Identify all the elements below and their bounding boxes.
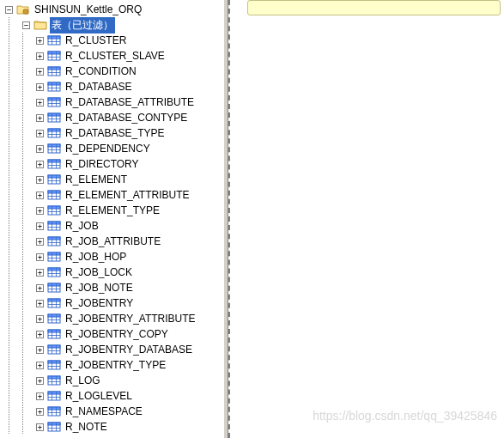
table-label: R_ELEMENT (64, 173, 129, 186)
tree-node-table[interactable]: +R_DATABASE_CONTYPE (2, 110, 223, 125)
tree-node-tables-folder[interactable]: − 表（已过滤） (2, 17, 223, 33)
table-icon (47, 234, 61, 248)
table-icon (47, 327, 61, 341)
tree-node-table[interactable]: +R_JOBENTRY_COPY (2, 326, 223, 342)
expander-plus-icon[interactable]: + (36, 362, 44, 369)
root-label: SHINSUN_Kettle_ORQ (33, 3, 143, 16)
table-icon (47, 265, 61, 279)
expander-plus-icon[interactable]: + (36, 130, 44, 137)
table-label: R_DATABASE (64, 80, 134, 94)
tree-node-table[interactable]: +R_JOBENTRY_DATABASE (2, 342, 223, 357)
info-strip (247, 0, 501, 15)
expander-plus-icon[interactable]: + (36, 68, 44, 76)
table-label: R_NOTE (64, 420, 109, 434)
expander-plus-icon[interactable]: + (36, 331, 44, 338)
table-label: R_JOBENTRY (64, 296, 135, 310)
tree-node-table[interactable]: +R_DATABASE_TYPE (2, 125, 223, 141)
expander-plus-icon[interactable]: + (36, 37, 44, 45)
expander-plus-icon[interactable]: + (36, 315, 44, 323)
tree-node-root[interactable]: − SHINSUN_Kettle_ORQ (2, 2, 223, 17)
right-panel: https://blog.csdn.net/qq_39425846 (228, 0, 504, 438)
table-icon (47, 126, 61, 140)
expander-plus-icon[interactable]: + (36, 423, 44, 431)
tree-node-table[interactable]: +R_JOBENTRY (2, 295, 223, 311)
table-icon (47, 64, 61, 78)
expander-plus-icon[interactable]: + (36, 114, 44, 122)
table-icon (47, 49, 61, 63)
tree-node-table[interactable]: +R_JOB_ATTRIBUTE (2, 234, 223, 249)
expander-plus-icon[interactable]: + (36, 346, 44, 354)
expander-plus-icon[interactable]: + (36, 300, 44, 307)
table-label: R_ELEMENT_TYPE (64, 204, 161, 217)
table-icon (47, 343, 61, 356)
tree-node-table[interactable]: +R_NAMESPACE (2, 404, 223, 419)
expander-plus-icon[interactable]: + (36, 408, 44, 416)
expander-plus-icon[interactable]: + (36, 176, 44, 184)
expander-plus-icon[interactable]: + (36, 161, 44, 168)
expander-minus-icon[interactable]: − (22, 21, 30, 29)
tree-node-table[interactable]: +R_ELEMENT_TYPE (2, 203, 223, 218)
tree-node-table[interactable]: +R_DATABASE (2, 79, 223, 94)
table-icon (47, 374, 61, 387)
table-icon (47, 188, 61, 202)
folder-icon (33, 18, 47, 32)
tree-node-table[interactable]: +R_CLUSTER (2, 33, 223, 48)
tree-node-table[interactable]: +R_LOGLEVEL (2, 388, 223, 404)
expander-plus-icon[interactable]: + (36, 145, 44, 153)
tree-node-table[interactable]: +R_DEPENDENCY (2, 141, 223, 156)
table-icon (47, 250, 61, 264)
tree-node-table[interactable]: +R_JOB_LOCK (2, 265, 223, 280)
table-icon (47, 420, 61, 434)
expander-plus-icon[interactable]: + (36, 83, 44, 91)
table-icon (47, 95, 61, 109)
tree-node-table[interactable]: +R_CLUSTER_SLAVE (2, 48, 223, 64)
expander-plus-icon[interactable]: + (36, 377, 44, 385)
tree-node-table[interactable]: +R_LOG (2, 373, 223, 388)
table-icon (47, 111, 61, 125)
tree-node-table[interactable]: +R_ELEMENT (2, 172, 223, 187)
database-connection-icon (16, 3, 30, 16)
table-label: R_JOBENTRY_COPY (64, 327, 170, 341)
table-label: R_CLUSTER_SLAVE (64, 49, 167, 63)
expander-plus-icon[interactable]: + (36, 207, 44, 215)
table-label: R_JOB_HOP (64, 250, 128, 264)
table-label: R_JOBENTRY_ATTRIBUTE (64, 312, 197, 325)
tree-node-table[interactable]: +R_DIRECTORY (2, 156, 223, 172)
table-icon (47, 219, 61, 233)
table-icon (47, 204, 61, 217)
table-label: R_JOB (64, 219, 100, 233)
tree-node-table[interactable]: +R_JOBENTRY_ATTRIBUTE (2, 311, 223, 326)
tree-panel: − SHINSUN_Kettle_ORQ − 表（已过滤） +R_CLUSTER… (0, 0, 223, 438)
table-icon (47, 389, 61, 403)
tree-node-table[interactable]: +R_DATABASE_ATTRIBUTE (2, 94, 223, 110)
table-label: R_JOB_LOCK (64, 265, 134, 279)
table-label: R_LOGLEVEL (64, 389, 134, 403)
expander-plus-icon[interactable]: + (36, 222, 44, 230)
table-label: R_JOBENTRY_TYPE (64, 358, 167, 372)
table-icon (47, 405, 61, 418)
expander-plus-icon[interactable]: + (36, 99, 44, 106)
expander-plus-icon[interactable]: + (36, 392, 44, 400)
tree-node-table[interactable]: +R_JOB (2, 218, 223, 234)
table-icon (47, 157, 61, 171)
tree-node-table[interactable]: +R_JOB_NOTE (2, 280, 223, 295)
table-icon (47, 173, 61, 186)
expander-plus-icon[interactable]: + (36, 52, 44, 60)
tree-node-table[interactable]: +R_NOTE (2, 419, 223, 435)
tree-node-table[interactable]: +R_JOBENTRY_TYPE (2, 357, 223, 373)
expander-plus-icon[interactable]: + (36, 269, 44, 277)
expander-plus-icon[interactable]: + (36, 192, 44, 199)
table-icon (47, 312, 61, 325)
expander-plus-icon[interactable]: + (36, 238, 44, 246)
expander-minus-icon[interactable]: − (5, 6, 13, 14)
table-icon (47, 142, 61, 155)
tree-node-table[interactable]: +R_ELEMENT_ATTRIBUTE (2, 187, 223, 203)
table-label: R_JOB_NOTE (64, 281, 135, 295)
table-label: R_DIRECTORY (64, 157, 141, 171)
expander-plus-icon[interactable]: + (36, 284, 44, 292)
tree-node-table[interactable]: +R_JOB_HOP (2, 249, 223, 265)
table-label: R_DATABASE_ATTRIBUTE (64, 95, 196, 109)
expander-plus-icon[interactable]: + (36, 253, 44, 261)
tree-node-table[interactable]: +R_CONDITION (2, 64, 223, 79)
table-label: R_ELEMENT_ATTRIBUTE (64, 188, 191, 202)
